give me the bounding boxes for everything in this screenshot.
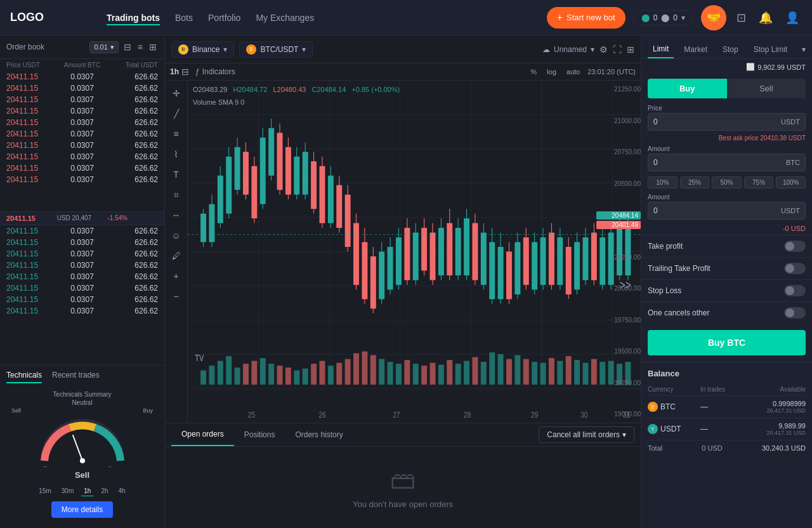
view-btn-2[interactable]: ≡ [136,41,144,53]
time-tab-1h[interactable]: 1h [81,486,93,496]
svg-rect-142 [362,352,367,385]
amount-input[interactable]: 0 BTC [648,154,806,171]
buy-btc-button[interactable]: Buy BTC [648,330,806,355]
svg-rect-167 [574,360,580,385]
indicators-button[interactable]: ƒ Indicators [192,66,239,77]
cancel-orders-chevron-icon: ▾ [622,430,626,439]
svg-rect-133 [285,367,291,385]
tab-limit[interactable]: Limit [648,41,674,58]
table-row[interactable]: 20411.150.0307626.62 [0,94,164,105]
pct-75-button[interactable]: 75% [744,176,774,188]
table-row[interactable]: 20411.150.0307626.62 [0,225,164,237]
table-row[interactable]: 20411.150.0307626.62 [0,248,164,260]
emoji-tool[interactable]: ☺ [169,228,184,243]
nav-trading-bots[interactable]: Trading bots [107,10,160,25]
timeframe-selector[interactable]: 1h [170,67,179,76]
pct-10-button[interactable]: 10% [648,176,678,188]
candle-type-button[interactable]: ⊟ [181,67,189,77]
take-profit-toggle[interactable] [784,241,806,252]
nav-exchanges[interactable]: My Exchanges [256,10,314,25]
chart-pct-button[interactable]: % [528,67,539,77]
trailing-take-profit-label: Trailing Take Profit [648,264,710,273]
zoom-out-tool[interactable]: − [169,289,184,304]
start-new-bot-button[interactable]: + Start new bot [547,7,625,29]
svg-rect-129 [251,361,257,385]
chart-log-button[interactable]: log [544,67,559,77]
table-row[interactable]: 20411.150.0307626.62 [0,294,164,305]
svg-rect-156 [481,362,487,385]
table-row[interactable]: 20411.150.0307626.62 [0,282,164,294]
cancel-orders-button[interactable]: Cancel all limit orders ▾ [539,426,634,443]
order-book-mid: 20411.15 USD 20,407 -1.54% [0,211,164,225]
magnet-tool[interactable]: 🖊 [169,248,184,263]
balance-section: Balance Currency In trades Available ₿ B… [641,362,812,462]
time-tab-15m[interactable]: 15m [36,486,53,496]
pct-100-button[interactable]: 100% [776,176,806,188]
tab-stop-limit[interactable]: Stop Limit [749,41,792,58]
view-btn-1[interactable]: ⊟ [122,41,133,53]
table-row[interactable]: 20411.150.0307626.62 [0,260,164,271]
fullscreen-icon[interactable]: ⛶ [613,44,622,55]
crosshair-tool[interactable]: ✛ [169,86,184,101]
text-tool[interactable]: T [169,167,184,182]
nav-portfolio[interactable]: Portfolio [208,10,240,25]
depth-selector[interactable]: 0.01 ▾ [89,41,118,53]
table-row[interactable]: 20411.150.0307626.62 [0,117,164,128]
tab-stop[interactable]: Stop [717,41,743,58]
screen-icon[interactable]: ⊡ [734,8,749,27]
svg-rect-153 [455,364,461,385]
svg-rect-146 [396,364,402,385]
tab-orders-history[interactable]: Orders history [285,424,353,446]
grid-icon[interactable]: ⊞ [627,44,634,55]
pair-selector[interactable]: ₿ BTC/USDT ▾ [239,41,313,58]
trend-line-tool[interactable]: ╱ [169,106,184,121]
tab-open-orders[interactable]: Open orders [171,423,234,446]
zoom-in-tool[interactable]: + [169,268,184,284]
measure-tool[interactable]: ↔ [169,208,184,223]
pattern-tool[interactable]: ⌗ [169,187,184,202]
nav-bots[interactable]: Bots [175,10,193,25]
more-details-button[interactable]: More details [51,501,113,518]
table-row[interactable]: 20411.150.0307626.62 [0,271,164,282]
tab-market[interactable]: Market [679,41,712,58]
pct-25-button[interactable]: 25% [680,176,710,188]
table-row[interactable]: 20411.150.0307626.62 [0,151,164,162]
bell-icon[interactable]: 🔔 [756,8,775,27]
fib-tool[interactable]: ⌇ [169,147,184,162]
user-icon[interactable]: 👤 [783,8,802,27]
time-tab-2h[interactable]: 2h [98,486,110,496]
table-row[interactable]: 20411.150.0307626.62 [0,82,164,94]
table-row[interactable]: 20411.150.0307626.62 [0,71,164,82]
table-row[interactable]: 20411.150.0307626.62 [0,305,164,317]
table-row[interactable]: 20411.150.0307626.62 [0,140,164,151]
time-tab-30m[interactable]: 30m [59,486,76,496]
price-input[interactable]: 0 USDT [648,113,806,131]
table-row[interactable]: 20411.150.0307626.62 [0,237,164,248]
chart-auto-button[interactable]: auto [564,67,582,77]
time-tab-4h[interactable]: 4h [116,486,128,496]
table-row[interactable]: 20411.150.0307626.62 [0,162,164,174]
view-btn-3[interactable]: ⊞ [148,41,158,53]
tab-recent-trades[interactable]: Recent trades [52,371,100,383]
buy-tab-button[interactable]: Buy [648,79,727,98]
pct-50-button[interactable]: 50% [712,176,742,188]
gauge-labels: Sell Buy [9,407,155,414]
horizontal-line-tool[interactable]: ≡ [169,126,184,142]
tab-positions[interactable]: Positions [234,424,285,446]
one-cancels-other-toggle[interactable] [784,307,806,319]
tab-technicals[interactable]: Technicals [6,371,42,383]
stop-loss-toggle[interactable] [784,285,806,296]
ohlc-open: O20483.29 [193,86,227,93]
chart-settings-icon[interactable]: ⚙ [599,44,608,55]
amount-usdt-input[interactable]: 0 USDT [648,202,806,220]
exchange-selector[interactable]: B Binance ▾ [171,41,234,58]
pnl-badge[interactable]: ⬤ 0 ⬤ 0 ▾ [633,10,693,25]
sell-tab-button[interactable]: Sell [727,79,806,98]
table-row[interactable]: 20411.150.0307626.62 [0,105,164,117]
order-type-expand-icon[interactable]: ▾ [802,45,806,54]
gauge-chart: Strong sell Strong buy [38,416,127,467]
table-row[interactable]: 20411.150.0307626.62 [0,174,164,185]
table-row[interactable]: 20411.150.0307626.62 [0,128,164,140]
svg-text:Strong: Strong [108,465,123,467]
trailing-take-profit-toggle[interactable] [784,263,806,274]
